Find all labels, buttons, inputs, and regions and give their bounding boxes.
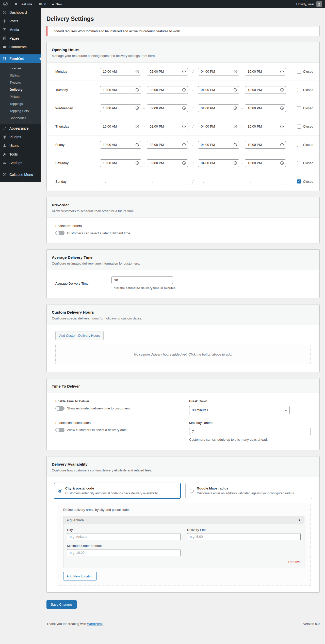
sidebar-item-dashboard[interactable]: Dashboard <box>0 8 41 17</box>
sidebar-item-plugins[interactable]: Plugins <box>0 133 41 141</box>
open-time-input[interactable] <box>100 123 141 130</box>
close-time-input[interactable] <box>245 178 286 185</box>
card-subtitle: Configure special delivery hours for hol… <box>52 316 314 320</box>
add-custom-hours-button[interactable]: Add Custom Delivery Hours <box>55 331 104 340</box>
site-name-menu[interactable]: Test site <box>11 0 35 8</box>
maps-radius-radio[interactable] <box>190 489 194 493</box>
open-time-input[interactable] <box>198 68 239 75</box>
sidebar-item-tools[interactable]: Tools <box>0 150 41 159</box>
open-time-input[interactable] <box>198 123 239 130</box>
closed-checkbox[interactable] <box>297 161 301 165</box>
closed-label: Closed <box>303 125 313 128</box>
breakdown-select[interactable]: 30 minutes <box>189 406 290 414</box>
submenu-item-license[interactable]: License <box>0 65 41 72</box>
submenu-item-toppings[interactable]: Toppings <box>0 100 41 107</box>
sidebar-item-comments[interactable]: Comments <box>0 43 41 51</box>
time-field <box>198 104 239 112</box>
max-days-input[interactable] <box>189 428 311 435</box>
sidebar-item-settings[interactable]: Settings <box>0 159 41 167</box>
closed-checkbox[interactable] <box>297 143 301 147</box>
city-input[interactable] <box>67 533 181 540</box>
add-new-location-button[interactable]: Add New Location <box>63 572 97 580</box>
open-time-input[interactable] <box>100 141 141 149</box>
close-time-input[interactable] <box>147 86 188 94</box>
city-postal-radio[interactable] <box>58 489 62 493</box>
closed-toggle[interactable]: Closed <box>297 125 313 129</box>
average-delivery-input[interactable] <box>111 276 173 284</box>
opening-hours-row: Saturday - / - <box>47 154 319 172</box>
closed-checkbox[interactable] <box>297 179 301 183</box>
submenu-item-delivery[interactable]: Delivery <box>0 86 41 93</box>
close-time-input[interactable] <box>245 86 286 94</box>
close-time-input[interactable] <box>147 104 188 112</box>
closed-checkbox[interactable] <box>297 125 301 129</box>
closed-checkbox[interactable] <box>297 106 301 110</box>
day-name: Friday <box>55 143 100 147</box>
comments-shortcut[interactable]: 0 <box>35 0 49 8</box>
closed-toggle[interactable]: Closed <box>297 88 313 92</box>
remove-location-link[interactable]: Remove <box>288 560 301 564</box>
open-time-input[interactable] <box>198 141 239 149</box>
close-time-input[interactable] <box>245 104 286 112</box>
closed-toggle[interactable]: Closed <box>297 143 313 147</box>
wordpress-link[interactable]: WordPress <box>87 622 103 626</box>
time-field <box>100 123 141 130</box>
location-accordion-header[interactable]: e.g. Ankara ▼ <box>63 516 304 524</box>
sidebar-item-users[interactable]: Users <box>0 141 41 150</box>
open-time-input[interactable] <box>198 104 239 112</box>
delivery-fee-input[interactable] <box>187 533 301 540</box>
open-time-input[interactable] <box>100 68 141 75</box>
close-time-input[interactable] <box>147 141 188 149</box>
sidebar-label: Settings <box>9 161 22 165</box>
submenu-item-topping-sets[interactable]: Topping Sets <box>0 107 41 114</box>
submenu-item-shortcodes[interactable]: Shortcodes <box>0 114 41 121</box>
breakdown-group: Break Down 30 minutes <box>189 399 311 414</box>
open-time-input[interactable] <box>100 159 141 167</box>
closed-checkbox[interactable] <box>297 70 301 74</box>
close-time-input[interactable] <box>147 178 188 185</box>
open-time-input[interactable] <box>198 159 239 167</box>
close-time-input[interactable] <box>147 123 188 130</box>
closed-label: Closed <box>303 180 313 183</box>
option-google-maps-radius[interactable]: Google Maps radius Customers enter an ad… <box>185 483 312 499</box>
open-time-input[interactable] <box>100 178 141 185</box>
sidebar-item-foodord[interactable]: FoodOrd <box>0 54 41 63</box>
close-time-input[interactable] <box>147 68 188 75</box>
close-time-input[interactable] <box>245 123 286 130</box>
closed-label: Closed <box>303 143 313 147</box>
enable-ttd-toggle-switch[interactable] <box>55 406 64 411</box>
account-menu[interactable]: Howdy, user <box>293 0 325 8</box>
submenu-item-pickup[interactable]: Pickup <box>0 93 41 100</box>
sidebar-item-posts[interactable]: Posts <box>0 17 41 25</box>
time-separator: - <box>143 180 144 183</box>
close-time-input[interactable] <box>245 159 286 167</box>
time-separator: - <box>241 88 242 92</box>
preorder-toggle-switch[interactable] <box>55 231 64 235</box>
min-order-input[interactable] <box>67 549 181 556</box>
closed-toggle[interactable]: Closed <box>297 106 313 110</box>
day-name: Sunday <box>55 180 100 183</box>
submenu-item-styling[interactable]: Styling <box>0 72 41 79</box>
close-time-input[interactable] <box>245 141 286 149</box>
close-time-input[interactable] <box>245 68 286 75</box>
wp-logo-menu[interactable] <box>0 0 11 8</box>
open-time-input[interactable] <box>198 178 239 185</box>
sidebar-item-appearance[interactable]: Appearance <box>0 124 41 133</box>
option-city-postal[interactable]: City & postal code Customers enter city … <box>54 483 181 499</box>
submenu-item-tweaks[interactable]: Tweaks <box>0 79 41 86</box>
scheduled-dates-toggle-switch[interactable] <box>55 428 64 432</box>
closed-checkbox[interactable] <box>297 88 301 92</box>
save-changes-button[interactable]: Save Changes <box>46 600 77 609</box>
open-time-input[interactable] <box>100 104 141 112</box>
closed-toggle[interactable]: Closed <box>297 161 313 165</box>
closed-toggle[interactable]: Closed <box>297 70 313 74</box>
sidebar-item-media[interactable]: Media <box>0 25 41 34</box>
open-time-input[interactable] <box>198 86 239 94</box>
close-time-input[interactable] <box>147 159 188 167</box>
time-field <box>147 141 188 149</box>
new-content-menu[interactable]: + New <box>49 0 65 8</box>
sidebar-item-pages[interactable]: Pages <box>0 34 41 43</box>
closed-toggle[interactable]: Closed <box>297 179 313 183</box>
open-time-input[interactable] <box>100 86 141 94</box>
sidebar-item-collapse-menu[interactable]: Collapse Menu <box>0 170 41 179</box>
